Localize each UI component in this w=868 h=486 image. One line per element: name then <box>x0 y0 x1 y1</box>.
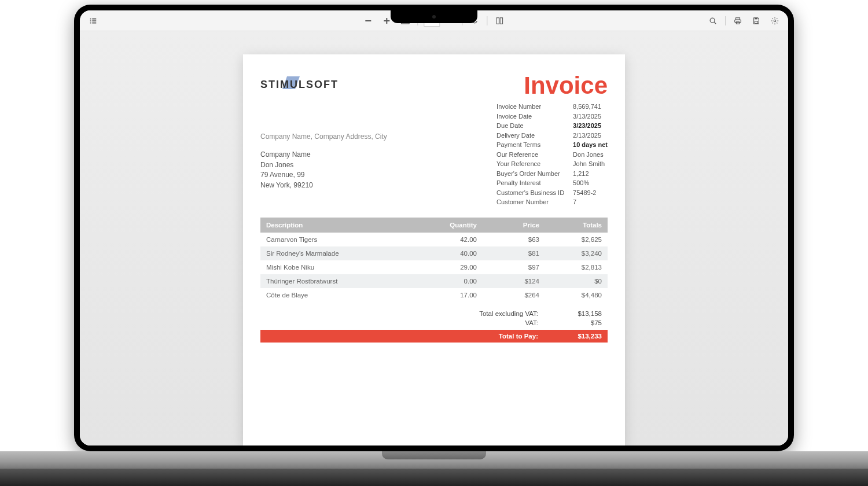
vat-value: $75 <box>567 319 602 326</box>
cell-total: $2,813 <box>545 260 608 274</box>
svg-rect-11 <box>755 21 757 23</box>
meta-row: Your ReferenceJohn Smith <box>496 159 608 169</box>
cell-qty: 29.00 <box>420 260 483 274</box>
cell-qty: 42.00 <box>420 233 483 246</box>
cell-total: $2,625 <box>545 233 608 246</box>
meta-label: Payment Terms <box>496 140 573 150</box>
meta-label: Invoice Number <box>496 102 573 112</box>
meta-label: Penalty Interest <box>496 178 573 188</box>
street: 79 Avenue, 99 <box>260 170 387 180</box>
meta-value: John Smith <box>573 159 605 169</box>
meta-row: Customer Number7 <box>496 197 608 207</box>
cell-desc: Carnarvon Tigers <box>260 233 420 246</box>
search-icon[interactable] <box>707 14 719 27</box>
vat-label: VAT: <box>469 319 567 326</box>
meta-row: Invoice Date3/13/2025 <box>496 112 608 122</box>
meta-label: Customer's Business ID <box>496 188 573 198</box>
laptop-base <box>0 451 868 486</box>
cell-desc: Mishi Kobe Niku <box>260 260 420 274</box>
print-icon[interactable] <box>731 14 744 27</box>
meta-value: 2/13/2025 <box>573 131 601 141</box>
camera-dot <box>432 15 436 19</box>
cell-price: $81 <box>483 246 545 260</box>
notch <box>391 10 477 23</box>
cell-desc: Thüringer Rostbratwurst <box>260 274 420 288</box>
meta-value: 3/13/2025 <box>573 112 601 122</box>
sidebar-toggle-icon[interactable] <box>87 14 100 27</box>
table-row: Mishi Kobe Niku29.00$97$2,813 <box>260 260 608 274</box>
meta-row: Delivery Date2/13/2025 <box>496 131 608 141</box>
subtotal-value: $13,158 <box>567 310 602 317</box>
meta-value: 7 <box>573 197 576 207</box>
cell-price: $124 <box>483 274 545 288</box>
meta-value: 75489-2 <box>573 188 596 198</box>
cell-desc: Côte de Blaye <box>260 288 420 302</box>
meta-value: Don Jones <box>573 150 604 160</box>
laptop-frame: of 1 <box>74 5 794 451</box>
table-row: Thüringer Rostbratwurst0.00$124$0 <box>260 274 608 288</box>
svg-rect-5 <box>501 17 503 24</box>
meta-row: Invoice Number8,569,741 <box>496 102 608 112</box>
svg-rect-2 <box>384 20 389 21</box>
line-items-table: Description Quantity Price Totals Carnar… <box>260 218 608 302</box>
meta-value: 1,212 <box>573 169 589 179</box>
grand-total-label: Total to Pay: <box>469 333 567 340</box>
meta-row: Buyer's Order Number1,212 <box>496 169 608 179</box>
meta-label: Invoice Date <box>496 112 573 122</box>
svg-rect-12 <box>755 17 757 19</box>
col-quantity: Quantity <box>420 218 483 233</box>
save-icon[interactable] <box>750 14 763 27</box>
svg-rect-4 <box>496 17 499 24</box>
svg-line-7 <box>714 22 716 24</box>
meta-label: Buyer's Order Number <box>496 169 573 179</box>
contact-name: Don Jones <box>260 160 387 170</box>
laptop-screen: of 1 <box>80 10 788 446</box>
billing-address: Company Name, Company Address, City Comp… <box>260 102 387 207</box>
grand-total-value: $13,233 <box>567 333 602 340</box>
meta-row: Penalty Interest500% <box>496 178 608 188</box>
invoice-page: STIMULSOFT Invoice Company Name, Company… <box>243 54 625 446</box>
table-row: Carnarvon Tigers42.00$63$2,625 <box>260 233 608 246</box>
address-heading: Company Name, Company Address, City <box>260 132 387 142</box>
cell-price: $264 <box>483 288 545 302</box>
cell-total: $0 <box>545 274 608 288</box>
company-name: Company Name <box>260 150 387 160</box>
col-price: Price <box>483 218 545 233</box>
invoice-meta-table: Invoice Number8,569,741Invoice Date3/13/… <box>496 102 608 207</box>
separator <box>487 16 488 25</box>
cell-price: $97 <box>483 260 545 274</box>
meta-label: Your Reference <box>496 159 573 169</box>
totals-block: Total excluding VAT: $13,158 VAT: $75 To… <box>260 309 608 343</box>
cell-total: $3,240 <box>545 246 608 260</box>
document-viewport[interactable]: STIMULSOFT Invoice Company Name, Company… <box>80 31 788 446</box>
settings-icon[interactable] <box>768 14 781 27</box>
meta-row: Due Date3/23/2025 <box>496 121 608 131</box>
cell-qty: 17.00 <box>420 288 483 302</box>
meta-label: Delivery Date <box>496 131 573 141</box>
meta-row: Payment Terms10 days net <box>496 140 608 150</box>
svg-rect-0 <box>365 20 371 21</box>
col-description: Description <box>260 218 420 233</box>
meta-value: 8,569,741 <box>573 102 601 112</box>
zoom-out-icon[interactable] <box>362 14 374 27</box>
svg-rect-10 <box>736 21 739 24</box>
cell-qty: 40.00 <box>420 246 483 260</box>
meta-label: Our Reference <box>496 150 573 160</box>
company-logo: STIMULSOFT <box>260 72 339 100</box>
meta-row: Our ReferenceDon Jones <box>496 150 608 160</box>
meta-value: 3/23/2025 <box>573 121 601 131</box>
meta-label: Due Date <box>496 121 573 131</box>
logo-text: STIMULSOFT <box>260 79 339 90</box>
table-row: Sir Rodney's Marmalade40.00$81$3,240 <box>260 246 608 260</box>
city-zip: New York, 99210 <box>260 181 387 190</box>
cell-price: $63 <box>483 233 545 246</box>
table-row: Côte de Blaye17.00$264$4,480 <box>260 288 608 302</box>
meta-value: 10 days net <box>573 140 608 150</box>
invoice-title: Invoice <box>524 72 608 100</box>
meta-row: Customer's Business ID75489-2 <box>496 188 608 198</box>
svg-point-13 <box>774 20 776 22</box>
meta-value: 500% <box>573 178 589 188</box>
presentation-icon[interactable] <box>494 14 506 27</box>
meta-label: Customer Number <box>496 197 573 207</box>
svg-point-6 <box>710 18 715 23</box>
